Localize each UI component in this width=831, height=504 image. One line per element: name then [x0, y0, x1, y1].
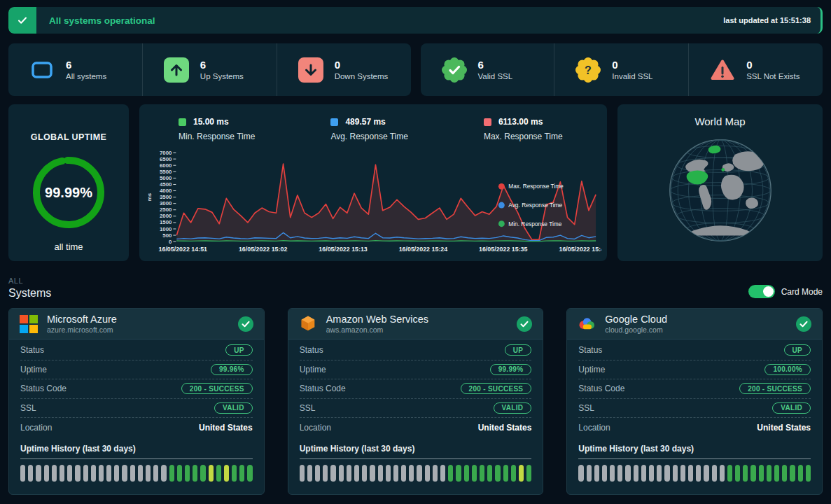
stat-valid-ssl: 6 Valid SSL	[421, 43, 554, 96]
uptime-day-bar	[370, 465, 375, 482]
uptime-day-bar	[696, 465, 701, 482]
svg-text:Max. Response Time: Max. Response Time	[508, 183, 564, 190]
svg-text:16/05/2022 14:51: 16/05/2022 14:51	[159, 246, 208, 253]
uptime-day-bar	[782, 465, 787, 482]
row-label: SSL	[578, 403, 594, 413]
uptime-day-bar	[735, 465, 740, 482]
status-code-badge: 200 - SUCCESS	[181, 383, 253, 394]
row-label: Location	[20, 423, 52, 433]
svg-text:16/05/2022 15:02: 16/05/2022 15:02	[239, 246, 288, 253]
status-row: Status UP	[300, 341, 532, 360]
stat-up-systems: 6 Up Systems	[142, 43, 277, 96]
uptime-day-bar	[594, 465, 599, 482]
uptime-day-bar	[456, 465, 461, 482]
uptime-day-bar	[200, 465, 205, 482]
svg-text:6000: 6000	[160, 162, 172, 169]
svg-text:4500: 4500	[160, 181, 172, 188]
systems-section-head: ALL Systems Card Mode	[8, 276, 823, 300]
location-value: United States	[478, 423, 532, 433]
toggle-knob[interactable]	[763, 286, 774, 297]
history-label: Uptime History (last 30 days)	[300, 444, 532, 454]
system-card-amazon-web-services: Amazon Web Services aws.amazon.com Statu…	[288, 308, 544, 495]
stat-label: All systems	[66, 72, 106, 80]
svg-text:16/05/2022 15:24: 16/05/2022 15:24	[399, 246, 448, 253]
uptime-day-bar	[806, 465, 811, 482]
stat-all-systems: 6 All systems	[8, 43, 142, 96]
uptime-day-bar	[247, 465, 252, 482]
ssl-row: SSL VALID	[578, 399, 811, 419]
uptime-day-bar	[495, 465, 500, 482]
location-row: Location United States	[20, 418, 253, 438]
chart-legend: 15.00 ms Min. Response Time 489.57 ms Av…	[179, 117, 601, 141]
uptime-day-bar	[720, 465, 725, 482]
legend-label: Min. Response Time	[179, 132, 255, 141]
history-label: Uptime History (last 30 days)	[578, 444, 811, 454]
row-label: Status	[20, 345, 44, 355]
svg-text:0: 0	[169, 239, 172, 245]
global-uptime-card: GLOBAL UPTIME 99.99% all time	[8, 104, 129, 261]
uptime-day-bar	[193, 465, 197, 482]
system-cards-row: Microsoft Azure azure.microsoft.com Stat…	[8, 308, 823, 495]
uptime-day-bar	[106, 465, 111, 482]
uptime-day-bar	[52, 465, 57, 482]
uptime-donut: 99.99%	[31, 155, 106, 230]
uptime-day-bar	[480, 465, 484, 482]
legend-min-response: 15.00 ms Min. Response Time	[179, 117, 255, 141]
uptime-day-bar	[216, 465, 221, 482]
uptime-day-bar	[664, 465, 669, 482]
uptime-day-bar	[750, 465, 755, 482]
uptime-day-bar	[767, 465, 771, 482]
svg-text:?: ?	[585, 64, 592, 76]
status-ok-icon	[795, 316, 812, 332]
uptime-badge: 99.99%	[490, 364, 532, 375]
uptime-day-bar	[44, 465, 49, 482]
row-label: Location	[578, 423, 610, 433]
uptime-day-bar	[511, 465, 516, 482]
response-time-card: 15.00 ms Min. Response Time 489.57 ms Av…	[139, 104, 607, 261]
uptime-day-bar	[433, 465, 438, 482]
ssl-badge: VALID	[494, 402, 532, 414]
uptime-day-bar	[99, 465, 104, 482]
history-divider	[300, 458, 532, 459]
uptime-day-bar	[401, 465, 406, 482]
uptime-day-bar	[177, 465, 182, 482]
row-label: Status Code	[20, 384, 67, 393]
uptime-day-bar	[519, 465, 524, 482]
uptime-day-bar	[354, 465, 359, 482]
uptime-day-bar	[28, 465, 33, 482]
row-label: Uptime	[578, 365, 605, 374]
uptime-day-bar	[20, 465, 25, 482]
main-row: GLOBAL UPTIME 99.99% all time 15.00 ms M…	[8, 104, 823, 261]
stat-label: Up Systems	[200, 72, 244, 80]
all-systems-icon	[29, 57, 55, 83]
world-map-card: World Map	[617, 104, 823, 261]
uptime-day-bar	[673, 465, 678, 482]
uptime-badge: 99.96%	[211, 364, 253, 375]
uptime-day-bar	[130, 465, 135, 482]
ssl-stats-card: 6 Valid SSL ? 0	[421, 43, 823, 96]
uptime-day-bar	[759, 465, 764, 482]
status-code-row: Status Code 200 - SUCCESS	[20, 379, 253, 399]
status-code-row: Status Code 200 - SUCCESS	[300, 379, 532, 399]
section-title: Systems	[8, 287, 51, 300]
uptime-day-bar	[307, 465, 312, 482]
card-mode-toggle[interactable]	[748, 285, 775, 298]
uptime-day-bar	[440, 465, 445, 482]
row-label: Status	[578, 345, 602, 355]
uptime-history-bars	[300, 465, 532, 482]
uptime-day-bar	[146, 465, 151, 482]
svg-text:16/05/2022 15:35: 16/05/2022 15:35	[479, 246, 528, 253]
system-card-header: Microsoft Azure azure.microsoft.com	[9, 309, 264, 340]
stat-value: 6	[200, 59, 244, 71]
legend-value: 15.00 ms	[193, 117, 229, 127]
stat-invalid-ssl: ? 0 Invalid SSL	[554, 43, 688, 96]
row-label: Status Code	[578, 384, 624, 393]
uptime-day-bar	[472, 465, 477, 482]
banner-message: All systems operational	[49, 15, 155, 26]
svg-text:3500: 3500	[160, 194, 172, 200]
row-label: Uptime	[300, 365, 326, 374]
system-url: azure.microsoft.com	[47, 326, 117, 334]
invalid-ssl-badge-icon: ?	[575, 57, 601, 83]
last-updated-text: last updated at 15:51:38	[723, 16, 820, 24]
max-response-swatch-icon	[484, 118, 491, 126]
